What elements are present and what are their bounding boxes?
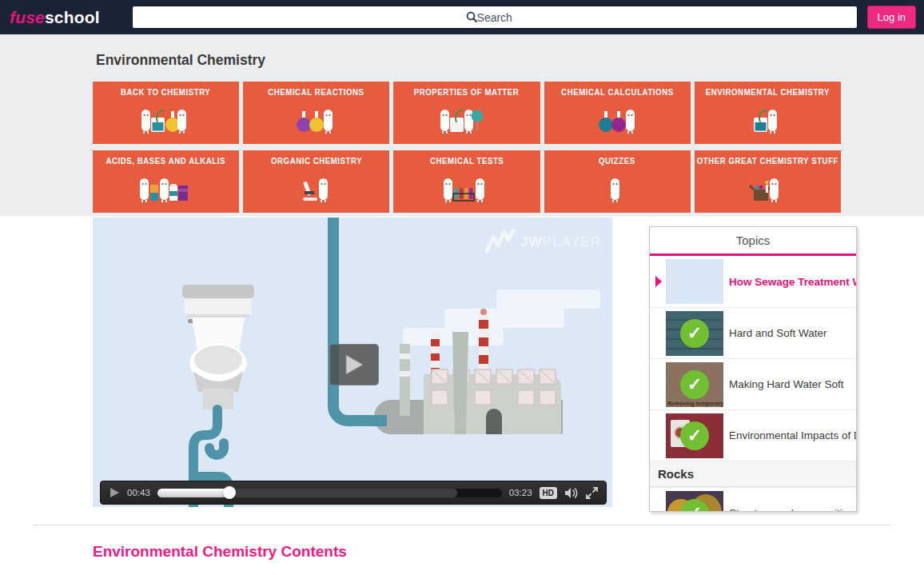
tile-label: Organic Chemistry: [271, 156, 362, 166]
completed-check-icon: ✓: [680, 370, 709, 399]
character-quiz-paper-icon: [589, 167, 645, 207]
play-button[interactable]: [109, 487, 120, 498]
category-tile-other-great-chemistry-stuff[interactable]: Other great chemistry stuff: [695, 150, 841, 213]
character-plant-beaker-icon: [739, 98, 795, 138]
page-title: Environmental Chemistry: [96, 52, 924, 69]
duration-time: 03:23: [509, 488, 532, 497]
topic-row[interactable]: ✓Hard and Soft Water: [650, 307, 856, 358]
topic-row[interactable]: ✓Structure and composition of: [650, 487, 856, 512]
topic-label: Hard and Soft Water: [729, 327, 827, 339]
completed-check-icon: ✓: [680, 421, 709, 450]
volume-button[interactable]: [564, 487, 579, 499]
fullscreen-button[interactable]: [586, 487, 598, 499]
topics-panel: Topics How Sewage Treatment Works✓Hard a…: [649, 226, 857, 512]
topics-panel-header: Topics: [650, 227, 856, 256]
category-tile-grid: Back to Chemistry Chemical Reactions Pro…: [93, 82, 841, 213]
main-content: JWPLAYER 00:43 03:23 HD: [0, 216, 924, 512]
category-tile-environmental-chemistry[interactable]: Environmental Chemistry: [695, 82, 841, 144]
characters-reaction-flasks-icon: [289, 98, 345, 138]
thumbnail-caption: Removing temporary hardness: [666, 400, 723, 407]
volume-icon: [564, 487, 579, 499]
category-tile-back-to-chemistry[interactable]: Back to Chemistry: [93, 82, 239, 144]
tile-label: Other great chemistry stuff: [697, 156, 838, 166]
topic-thumbnail: [666, 259, 723, 304]
progress-knob[interactable]: [223, 486, 236, 499]
progress-bar[interactable]: [157, 489, 502, 497]
category-tile-quizzes[interactable]: Quizzes: [544, 150, 691, 213]
logo-school: school: [45, 8, 100, 26]
tile-label: Chemical Reactions: [269, 87, 364, 97]
category-tile-chemical-reactions[interactable]: Chemical Reactions: [243, 82, 389, 144]
category-tile-properties-of-matter[interactable]: Properties of Matter: [393, 82, 540, 144]
tile-label: Properties of Matter: [414, 87, 520, 97]
category-band: Environmental Chemistry Back to Chemistr…: [0, 34, 924, 216]
characters-scale-flasks-icon: [589, 98, 645, 138]
characters-test-tubes-icon: [439, 167, 495, 207]
video-control-bar: 00:43 03:23 HD: [100, 481, 607, 505]
topics-list: How Sewage Treatment Works✓Hard and Soft…: [650, 256, 856, 512]
tile-label: Quizzes: [599, 156, 635, 166]
search-input[interactable]: [132, 6, 858, 29]
tile-label: Chemical Tests: [430, 156, 504, 166]
characters-beaker-flask-icon: [138, 98, 194, 138]
elapsed-time: 00:43: [127, 488, 150, 497]
characters-battery-milk-icon: [138, 167, 194, 207]
character-box-candle-icon: [739, 167, 795, 207]
play-icon: [344, 353, 364, 376]
progress-fill: [157, 489, 230, 497]
tile-label: Environmental Chemistry: [706, 87, 830, 97]
login-button[interactable]: Log in: [867, 6, 916, 29]
video-player[interactable]: JWPLAYER 00:43 03:23 HD: [93, 218, 612, 507]
topic-thumbnail: ✓: [666, 413, 723, 458]
contents-heading: Environmental Chemistry Contents: [93, 543, 924, 561]
category-tile-chemical-calculations[interactable]: Chemical Calculations: [544, 82, 691, 144]
character-microscope-icon: [289, 167, 345, 207]
play-overlay-button[interactable]: [329, 344, 379, 385]
topic-thumbnail: ✓: [666, 311, 723, 356]
active-topic-arrow-icon: [655, 275, 664, 288]
hd-quality-button[interactable]: HD: [540, 487, 557, 499]
topic-row[interactable]: ✓Removing temporary hardnessMaking Hard …: [650, 358, 856, 409]
completed-check-icon: ✓: [680, 319, 709, 348]
topic-label: Making Hard Water Soft: [729, 378, 844, 390]
topics-section-header: Rocks: [650, 461, 856, 487]
tile-label: Back to Chemistry: [121, 87, 210, 97]
characters-beaker-balloon-icon: [439, 98, 495, 138]
topic-label: Environmental Impacts of Detergents: [729, 429, 856, 441]
logo-fuse: fuse: [10, 8, 45, 26]
section-divider: [33, 525, 891, 525]
search-bar: [132, 6, 858, 29]
category-tile-acids-bases-and-alkalis[interactable]: Acids, Bases and Alkalis: [93, 150, 239, 213]
topic-thumbnail: ✓: [666, 491, 723, 513]
fullscreen-icon: [586, 487, 598, 499]
topic-row[interactable]: How Sewage Treatment Works: [650, 256, 856, 307]
fuseschool-logo[interactable]: fuseschool: [10, 8, 100, 27]
topic-thumbnail: ✓Removing temporary hardness: [666, 362, 723, 407]
play-control-icon: [109, 487, 120, 498]
top-nav: fuseschool Log in: [0, 0, 924, 34]
topic-row[interactable]: ✓Environmental Impacts of Detergents: [650, 409, 856, 461]
category-tile-organic-chemistry[interactable]: Organic Chemistry: [243, 150, 389, 213]
topic-label: Structure and composition of: [729, 507, 856, 512]
tile-label: Chemical Calculations: [561, 87, 674, 97]
tile-label: Acids, Bases and Alkalis: [106, 156, 225, 166]
topic-label: How Sewage Treatment Works: [729, 276, 856, 288]
category-tile-chemical-tests[interactable]: Chemical Tests: [393, 150, 540, 213]
